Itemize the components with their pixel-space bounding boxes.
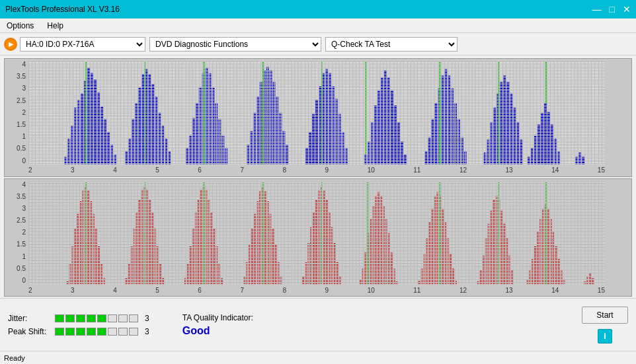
bottom-chart: 0 0.5 1 1.5 2 2.5 3 3.5 4 — [4, 178, 632, 297]
meter-seg-5 — [97, 314, 106, 322]
meter-seg-8 — [129, 328, 138, 336]
bottom-chart-svg — [28, 182, 605, 285]
menu-options[interactable]: Options — [3, 20, 38, 32]
svg-rect-153 — [103, 277, 105, 284]
svg-rect-41 — [221, 135, 224, 164]
svg-rect-216 — [364, 252, 366, 284]
y-label: 1.5 — [5, 122, 28, 128]
test-select[interactable]: Q-Check TA Test — [325, 37, 457, 52]
y-label: 0 — [5, 277, 28, 284]
svg-rect-99 — [494, 108, 497, 164]
menu-help[interactable]: Help — [43, 20, 67, 32]
svg-rect-208 — [326, 200, 328, 284]
svg-rect-51 — [273, 82, 276, 164]
svg-rect-49 — [266, 67, 269, 164]
svg-rect-214 — [359, 279, 361, 284]
close-button[interactable]: ✕ — [623, 5, 631, 14]
x-label: 10 — [368, 287, 375, 294]
svg-rect-106 — [516, 122, 519, 164]
minimize-button[interactable]: — — [592, 5, 602, 14]
svg-rect-14 — [110, 145, 113, 164]
x-label: 7 — [240, 166, 244, 174]
svg-rect-74 — [378, 91, 380, 164]
svg-rect-238 — [442, 208, 444, 284]
info-button[interactable]: i — [598, 329, 612, 344]
y-label: 0.5 — [5, 266, 28, 272]
svg-rect-213 — [339, 276, 341, 284]
svg-rect-19 — [136, 103, 138, 164]
svg-rect-246 — [483, 255, 485, 284]
y-label: 0 — [5, 158, 28, 164]
svg-rect-258 — [526, 279, 528, 284]
svg-rect-80 — [397, 122, 400, 164]
svg-rect-158 — [136, 212, 138, 284]
svg-rect-179 — [210, 212, 212, 284]
meter-seg-3 — [76, 328, 85, 336]
svg-rect-154 — [126, 277, 128, 284]
svg-rect-261 — [534, 246, 536, 284]
y-label: 3 — [5, 85, 28, 92]
top-chart-inner — [28, 61, 605, 164]
svg-rect-102 — [503, 75, 506, 164]
svg-rect-11 — [100, 106, 103, 164]
svg-rect-21 — [141, 74, 144, 164]
svg-rect-240 — [447, 238, 449, 284]
svg-rect-109 — [528, 157, 530, 164]
start-column: Start i — [582, 307, 628, 344]
meter-seg-4 — [87, 328, 96, 336]
function-select[interactable]: DVD Diagnostic Functions — [149, 37, 321, 52]
svg-rect-177 — [206, 189, 208, 284]
svg-rect-0 — [65, 157, 67, 164]
svg-rect-47 — [260, 82, 262, 164]
svg-rect-96 — [484, 153, 487, 164]
svg-rect-188 — [254, 213, 256, 284]
peak-shift-value: 3 — [145, 327, 149, 336]
peak-shift-meter — [55, 328, 138, 336]
svg-rect-10 — [97, 92, 100, 164]
svg-rect-200 — [305, 262, 307, 284]
start-button[interactable]: Start — [582, 307, 628, 324]
svg-rect-255 — [506, 238, 508, 284]
svg-rect-117 — [554, 139, 557, 164]
maximize-button[interactable]: □ — [610, 5, 615, 14]
svg-rect-241 — [450, 253, 452, 284]
svg-rect-4 — [77, 100, 80, 164]
svg-rect-37 — [209, 73, 212, 164]
svg-rect-38 — [212, 87, 214, 164]
svg-rect-268 — [553, 231, 555, 284]
svg-rect-24 — [151, 84, 154, 164]
svg-rect-168 — [162, 277, 164, 284]
svg-rect-270 — [558, 258, 560, 284]
svg-rect-227 — [393, 268, 395, 284]
svg-rect-92 — [454, 103, 457, 164]
svg-rect-257 — [511, 270, 513, 284]
quality-column: TA Quality Indicator: Good — [182, 313, 253, 337]
meter-seg-8 — [129, 314, 138, 322]
svg-rect-225 — [388, 233, 390, 284]
svg-rect-75 — [381, 77, 383, 164]
svg-rect-167 — [159, 264, 161, 284]
svg-rect-114 — [544, 103, 547, 164]
x-label: 5 — [155, 166, 159, 174]
x-label: 4 — [113, 166, 117, 174]
x-label: 14 — [551, 287, 559, 294]
drive-select[interactable]: HA:0 ID:0 PX-716A — [20, 37, 145, 52]
svg-rect-17 — [129, 139, 132, 164]
svg-rect-205 — [318, 190, 320, 284]
bottom-chart-y-axis: 0 0.5 1 1.5 2 2.5 3 3.5 4 — [5, 182, 28, 285]
y-label: 1.5 — [5, 241, 28, 248]
svg-rect-31 — [189, 135, 192, 164]
peak-shift-label: Peak Shift: — [8, 327, 51, 336]
svg-rect-43 — [247, 145, 249, 164]
top-chart-svg — [28, 61, 605, 164]
svg-rect-90 — [448, 75, 450, 164]
titlebar-controls: — □ ✕ — [592, 5, 631, 14]
svg-rect-140 — [69, 264, 71, 284]
svg-rect-88 — [441, 75, 444, 164]
svg-rect-170 — [187, 264, 189, 284]
svg-rect-84 — [428, 137, 430, 164]
svg-rect-269 — [555, 246, 557, 284]
svg-rect-1 — [67, 139, 70, 164]
svg-rect-86 — [434, 103, 437, 164]
x-label: 11 — [413, 166, 420, 174]
